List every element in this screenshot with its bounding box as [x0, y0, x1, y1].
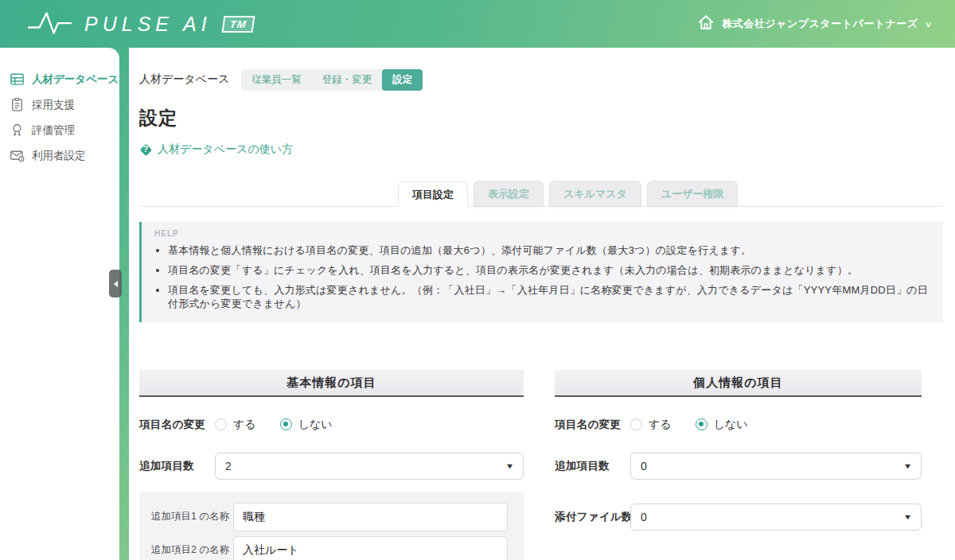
main-content: 人材データベース 従業員一覧 登録・変更 設定 設定 ? 人材データベースの使い… — [129, 48, 955, 560]
how-to-use-link[interactable]: ? 人材データベースの使い方 — [139, 142, 293, 157]
sidebar: 人材データベース 採用支援 評価管理 — [0, 48, 119, 560]
help-bullet: 項目名の変更「する」にチェックを入れ、項目名を入力すると、項目の表示名が変更され… — [168, 264, 929, 278]
added-field-row: 追加項目2 の名称 — [151, 535, 508, 560]
added-count-label: 追加項目数 — [139, 459, 215, 473]
sidebar-item-user-settings[interactable]: 利用者設定 — [0, 143, 119, 168]
tab-bar: 項目設定 表示設定 スキルマスタ ユーザー権限 — [139, 181, 943, 207]
rename-label: 項目名の変更 — [555, 418, 630, 432]
tab-skill-master[interactable]: スキルマスタ — [549, 181, 641, 206]
personal-added-count-select[interactable]: 0 ▼ — [630, 453, 922, 480]
personal-rename-yes-radio[interactable]: する — [630, 418, 672, 432]
dropdown-arrow-icon: ▼ — [903, 513, 913, 521]
radio-unchecked-icon — [215, 418, 227, 430]
added-field-row: 追加項目1 の名称 — [151, 502, 508, 532]
basic-info-panel-title: 基本情報の項目 — [139, 370, 524, 397]
breadcrumb-employee-list-button[interactable]: 従業員一覧 — [241, 69, 312, 91]
radio-checked-icon — [280, 418, 292, 430]
company-name: 株式会社ジャンプスタートパートナーズ — [722, 17, 918, 31]
personal-rename-no-radio[interactable]: しない — [696, 418, 748, 432]
medal-icon — [10, 122, 25, 138]
how-to-use-link-label: 人材データベースの使い方 — [158, 142, 293, 157]
basic-rename-no-radio[interactable]: しない — [280, 418, 333, 432]
clipboard-icon — [10, 97, 25, 112]
added-field-2-label: 追加項目2 の名称 — [151, 543, 233, 557]
collapse-arrow-icon — [114, 281, 118, 287]
help-box: HELP 基本情報と個人情報における項目名の変更、項目の追加（最大6つ）、添付可… — [139, 222, 943, 322]
basic-info-panel: 基本情報の項目 項目名の変更 する しない 追加項目数 2 ▼ — [139, 370, 524, 560]
pulse-logo-icon — [27, 10, 73, 38]
basic-rename-yes-radio[interactable]: する — [215, 418, 256, 432]
basic-added-count-select[interactable]: 2 ▼ — [215, 453, 524, 480]
sidebar-item-label: 人材データベース — [32, 72, 119, 87]
breadcrumb-button-group: 従業員一覧 登録・変更 設定 — [241, 69, 423, 91]
breadcrumb-register-change-button[interactable]: 登録・変更 — [312, 69, 383, 91]
tab-item-settings[interactable]: 項目設定 — [398, 181, 468, 207]
basic-added-count-row: 追加項目数 2 ▼ — [139, 453, 524, 480]
question-icon: ? — [139, 143, 152, 156]
breadcrumb-root: 人材データベース — [139, 72, 229, 87]
chevron-down-icon: ∨ — [924, 20, 932, 29]
app-logo-text: PULSE AI — [84, 13, 212, 36]
sidebar-item-talent-database[interactable]: 人材データベース — [0, 67, 119, 91]
app-logo: PULSE AI TM — [27, 10, 253, 38]
rename-label: 項目名の変更 — [139, 418, 215, 432]
help-bullet: 基本情報と個人情報における項目名の変更、項目の追加（最大6つ）、添付可能ファイル… — [168, 244, 929, 258]
sidebar-item-recruiting-support[interactable]: 採用支援 — [0, 92, 119, 117]
home-icon — [697, 14, 715, 34]
personal-rename-row: 項目名の変更 する しない — [555, 416, 922, 434]
basic-added-fields-box: 追加項目1 の名称 追加項目2 の名称 — [139, 492, 524, 560]
basic-rename-row: 項目名の変更 する しない — [139, 416, 524, 434]
added-field-1-input[interactable] — [233, 503, 508, 531]
breadcrumb-settings-button[interactable]: 設定 — [382, 69, 423, 91]
sidebar-collapse-handle[interactable] — [109, 270, 122, 298]
breadcrumb: 人材データベース 従業員一覧 登録・変更 設定 — [139, 70, 943, 89]
settings-panels: 基本情報の項目 項目名の変更 する しない 追加項目数 2 ▼ — [139, 370, 943, 560]
personal-attach-count-row: 添付ファイル数 0 ▼ — [555, 504, 922, 531]
table-icon — [10, 72, 25, 87]
trademark-badge: TM — [221, 16, 255, 33]
attach-count-label: 添付ファイル数 — [555, 510, 630, 524]
page-title: 設定 — [139, 106, 943, 130]
radio-checked-icon — [696, 418, 707, 430]
sidebar-item-evaluation[interactable]: 評価管理 — [0, 118, 119, 142]
dropdown-arrow-icon: ▼ — [903, 462, 913, 470]
radio-unchecked-icon — [630, 418, 642, 430]
added-count-label: 追加項目数 — [555, 459, 630, 473]
dropdown-arrow-icon: ▼ — [505, 462, 515, 470]
app-header: PULSE AI TM 株式会社ジャンプスタートパートナーズ ∨ — [0, 0, 955, 48]
tab-display-settings[interactable]: 表示設定 — [474, 181, 544, 206]
added-field-1-label: 追加項目1 の名称 — [151, 510, 233, 523]
sidebar-item-label: 採用支援 — [32, 98, 75, 112]
personal-info-panel: 個人情報の項目 項目名の変更 する しない 追加項目数 0 ▼ — [555, 370, 922, 560]
account-menu[interactable]: 株式会社ジャンプスタートパートナーズ ∨ — [697, 14, 931, 34]
personal-added-count-row: 追加項目数 0 ▼ — [555, 453, 922, 480]
tab-user-permissions[interactable]: ユーザー権限 — [647, 181, 739, 206]
help-box-label: HELP — [154, 229, 929, 238]
help-bullet: 項目名を変更しても、入力形式は変更されません。（例：「入社日」→「入社年月日」に… — [168, 284, 929, 311]
help-bullet-list: 基本情報と個人情報における項目名の変更、項目の追加（最大6つ）、添付可能ファイル… — [154, 244, 929, 311]
personal-attach-count-select[interactable]: 0 ▼ — [630, 504, 922, 531]
personal-info-panel-title: 個人情報の項目 — [555, 370, 922, 397]
mail-settings-icon — [10, 148, 25, 163]
sidebar-item-label: 評価管理 — [32, 123, 75, 138]
sidebar-item-label: 利用者設定 — [32, 149, 86, 163]
added-field-2-input[interactable] — [233, 536, 508, 560]
